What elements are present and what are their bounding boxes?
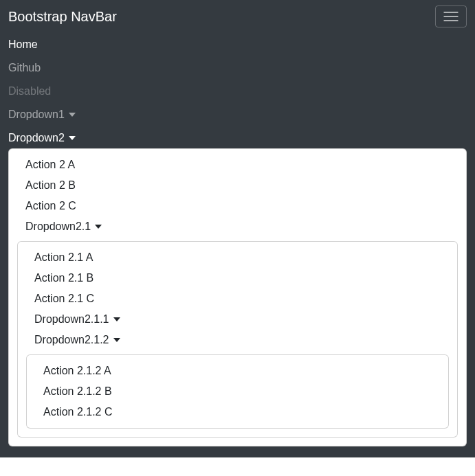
nav-link-home[interactable]: Home bbox=[8, 38, 38, 51]
dropdown2-action-c[interactable]: Action 2 C bbox=[9, 196, 466, 216]
dropdown2-1-2-toggle[interactable]: Dropdown2.1.2 bbox=[18, 330, 137, 350]
caret-down-icon bbox=[69, 113, 76, 117]
dropdown2-menu: Action 2 A Action 2 B Action 2 C Dropdow… bbox=[8, 148, 467, 446]
dropdown2-1-2-label: Dropdown2.1.2 bbox=[34, 334, 109, 346]
nav-item-dropdown2: Dropdown2 Action 2 A Action 2 B Action 2… bbox=[8, 126, 467, 452]
dropdown1-label: Dropdown1 bbox=[8, 109, 65, 121]
navbar-brand[interactable]: Bootstrap NavBar bbox=[8, 6, 117, 27]
dropdown2-action-a[interactable]: Action 2 A bbox=[9, 155, 466, 175]
nav-list: Home Github Disabled Dropdown1 Dropdown2 bbox=[8, 33, 467, 452]
caret-down-icon bbox=[95, 225, 102, 229]
nav-link-disabled: Disabled bbox=[8, 85, 51, 98]
caret-down-icon bbox=[69, 136, 76, 140]
dropdown2-label: Dropdown2 bbox=[8, 132, 65, 144]
dropdown2-action-b[interactable]: Action 2 B bbox=[9, 175, 466, 196]
dropdown2-1-2-action-c[interactable]: Action 2.1.2 C bbox=[27, 402, 448, 422]
nav-link-dropdown1[interactable]: Dropdown1 bbox=[8, 109, 76, 121]
nav-item-home: Home bbox=[8, 33, 467, 56]
nav-item-dropdown1: Dropdown1 bbox=[8, 103, 467, 126]
dropdown2-1-action-a[interactable]: Action 2.1 A bbox=[18, 247, 457, 268]
navbar-header: Bootstrap NavBar bbox=[8, 5, 467, 27]
dropdown2-1-2-action-b[interactable]: Action 2.1.2 B bbox=[27, 381, 448, 402]
dropdown2-1-2-menu: Action 2.1.2 A Action 2.1.2 B Action 2.1… bbox=[26, 354, 449, 429]
dropdown2-1-1-label: Dropdown2.1.1 bbox=[34, 313, 109, 326]
hamburger-icon bbox=[443, 10, 459, 23]
dropdown2-1-action-b[interactable]: Action 2.1 B bbox=[18, 268, 457, 288]
caret-down-icon bbox=[113, 338, 120, 342]
dropdown2-1-menu: Action 2.1 A Action 2.1 B Action 2.1 C D… bbox=[17, 241, 458, 438]
nav-link-dropdown2[interactable]: Dropdown2 bbox=[8, 132, 76, 144]
dropdown2-1-action-c[interactable]: Action 2.1 C bbox=[18, 288, 457, 309]
caret-down-icon bbox=[113, 317, 120, 321]
navbar-toggler-button[interactable] bbox=[435, 5, 467, 27]
dropdown2-1-1-toggle[interactable]: Dropdown2.1.1 bbox=[18, 309, 137, 330]
nav-item-disabled: Disabled bbox=[8, 80, 467, 103]
navbar: Bootstrap NavBar Home Github Disabled Dr… bbox=[0, 0, 475, 457]
dropdown2-1-2-action-a[interactable]: Action 2.1.2 A bbox=[27, 361, 448, 381]
dropdown2-1-label: Dropdown2.1 bbox=[25, 220, 91, 233]
dropdown2-1-toggle[interactable]: Dropdown2.1 bbox=[9, 216, 118, 237]
nav-item-github: Github bbox=[8, 56, 467, 80]
nav-link-github[interactable]: Github bbox=[8, 62, 41, 74]
